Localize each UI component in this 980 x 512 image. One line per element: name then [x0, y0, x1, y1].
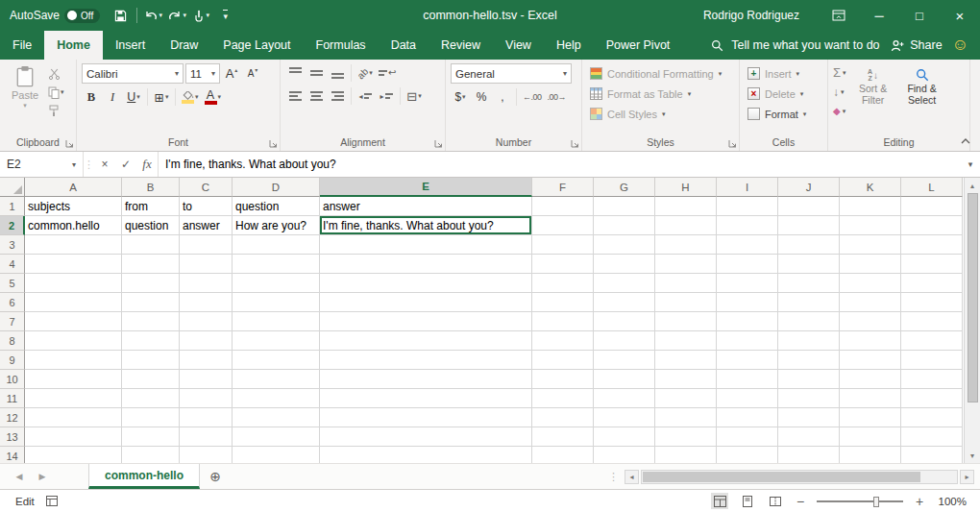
cell-G6[interactable]	[594, 293, 655, 312]
conditional-formatting-button[interactable]: Conditional Formatting▾	[587, 63, 734, 84]
cell-A12[interactable]	[25, 408, 122, 427]
touch-mode-button[interactable]: ▾	[190, 3, 212, 28]
cell-D1[interactable]: question	[233, 197, 320, 216]
cell-D10[interactable]	[233, 370, 320, 389]
cell-C10[interactable]	[180, 370, 233, 389]
tab-review[interactable]: Review	[429, 31, 493, 60]
cell-I9[interactable]	[717, 351, 778, 370]
find-select-button[interactable]: Find & Select	[900, 63, 944, 134]
cell-L5[interactable]	[901, 274, 963, 293]
paste-button[interactable]: Paste ▾	[5, 63, 45, 134]
cell-H13[interactable]	[655, 427, 717, 447]
cell-D3[interactable]	[233, 235, 320, 255]
cell-I2[interactable]	[717, 216, 778, 235]
redo-button[interactable]: ▾	[166, 3, 188, 28]
cell-J12[interactable]	[778, 408, 840, 427]
cell-J11[interactable]	[778, 389, 840, 408]
sheet-nav-left[interactable]: ◀	[8, 464, 31, 489]
cell-A7[interactable]	[25, 312, 122, 331]
page-layout-view-button[interactable]	[739, 493, 756, 509]
cell-G14[interactable]	[594, 447, 655, 463]
cell-F11[interactable]	[532, 389, 594, 408]
cell-C6[interactable]	[180, 293, 233, 312]
comma-style-button[interactable]: ,	[493, 87, 512, 107]
ribbon-display-options-button[interactable]	[819, 0, 859, 31]
cell-C11[interactable]	[180, 389, 233, 408]
row-header-2[interactable]: 2	[0, 216, 25, 235]
cell-L3[interactable]	[901, 235, 963, 255]
cell-H8[interactable]	[655, 331, 717, 351]
italic-button[interactable]: I	[103, 87, 122, 107]
align-left-button[interactable]	[285, 86, 305, 106]
cell-C4[interactable]	[180, 255, 233, 274]
cell-B8[interactable]	[122, 331, 180, 351]
row-header-8[interactable]: 8	[0, 331, 25, 351]
cell-E13[interactable]	[320, 427, 532, 447]
grow-font-button[interactable]: A▴	[222, 64, 241, 84]
tab-formulas[interactable]: Formulas	[304, 31, 379, 60]
cell-B12[interactable]	[122, 408, 180, 427]
scroll-up-arrow[interactable]: ▴	[970, 180, 974, 191]
clipboard-dialog-launcher[interactable]	[65, 139, 74, 148]
align-bottom-button[interactable]	[328, 63, 347, 83]
column-header-J[interactable]: J	[778, 178, 840, 197]
cell-K7[interactable]	[840, 312, 901, 331]
cell-B1[interactable]: from	[122, 197, 180, 216]
cell-J2[interactable]	[778, 216, 840, 235]
tab-insert[interactable]: Insert	[103, 31, 158, 60]
collapse-ribbon-button[interactable]	[957, 134, 974, 148]
cell-J9[interactable]	[778, 351, 840, 370]
styles-dialog-launcher[interactable]	[728, 139, 737, 148]
cell-F12[interactable]	[532, 408, 594, 427]
row-header-9[interactable]: 9	[0, 351, 25, 370]
align-middle-button[interactable]	[306, 63, 326, 83]
page-break-view-button[interactable]	[767, 493, 784, 509]
cell-A3[interactable]	[25, 235, 122, 255]
cell-L12[interactable]	[901, 408, 963, 427]
row-header-4[interactable]: 4	[0, 255, 25, 274]
row-header-11[interactable]: 11	[0, 389, 25, 408]
cell-J1[interactable]	[778, 197, 840, 216]
cell-I7[interactable]	[717, 312, 778, 331]
cell-G1[interactable]	[594, 197, 655, 216]
cell-C13[interactable]	[180, 427, 233, 447]
cell-K3[interactable]	[840, 235, 901, 255]
column-header-C[interactable]: C	[180, 178, 233, 197]
cell-G4[interactable]	[594, 255, 655, 274]
cell-K4[interactable]	[840, 255, 901, 274]
cell-D7[interactable]	[233, 312, 320, 331]
cell-A9[interactable]	[25, 351, 122, 370]
formula-input[interactable]: I'm fine, thanks. What about you?	[158, 152, 961, 177]
tab-splitter[interactable]: ⋮	[604, 464, 623, 489]
minimize-button[interactable]: ─	[859, 0, 899, 31]
normal-view-button[interactable]	[711, 493, 728, 509]
cell-styles-button[interactable]: Cell Styles▾	[587, 104, 734, 124]
row-header-1[interactable]: 1	[0, 197, 25, 216]
cell-I8[interactable]	[717, 331, 778, 351]
row-header-5[interactable]: 5	[0, 274, 25, 293]
align-right-button[interactable]	[328, 86, 347, 106]
cell-F2[interactable]	[532, 216, 594, 235]
new-sheet-button[interactable]: ⊕	[200, 464, 231, 489]
column-header-B[interactable]: B	[122, 178, 180, 197]
cell-C9[interactable]	[180, 351, 233, 370]
cell-B7[interactable]	[122, 312, 180, 331]
cell-E8[interactable]	[320, 331, 532, 351]
cell-K6[interactable]	[840, 293, 901, 312]
tell-me-box[interactable]: Tell me what you want to do	[711, 31, 879, 60]
cell-G11[interactable]	[594, 389, 655, 408]
cell-C2[interactable]: answer	[180, 216, 233, 235]
cell-C14[interactable]	[180, 447, 233, 463]
cell-G8[interactable]	[594, 331, 655, 351]
borders-button[interactable]: ⊞▾	[152, 87, 171, 107]
tab-draw[interactable]: Draw	[158, 31, 210, 60]
cell-H11[interactable]	[655, 389, 717, 408]
cell-L6[interactable]	[901, 293, 963, 312]
user-name[interactable]: Rodrigo Rodriguez	[703, 9, 799, 22]
cell-L2[interactable]	[901, 216, 963, 235]
cell-J4[interactable]	[778, 255, 840, 274]
cell-C8[interactable]	[180, 331, 233, 351]
alignment-dialog-launcher[interactable]	[434, 139, 443, 148]
cell-E3[interactable]	[320, 235, 532, 255]
cell-J10[interactable]	[778, 370, 840, 389]
